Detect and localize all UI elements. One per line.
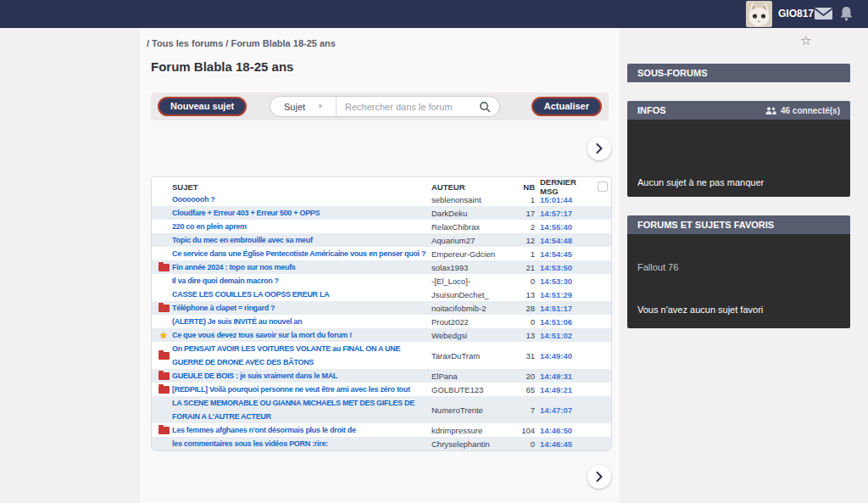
- row-icon-slot: [155, 427, 172, 434]
- topic-last-msg-time[interactable]: 15:01:44: [535, 195, 589, 204]
- table-row[interactable]: 220 co en plein aprem RelaxChibrax 2 14:…: [152, 220, 611, 233]
- topic-title-link[interactable]: Cloudfare + Erreur 403 + Erreur 500 + OP…: [172, 206, 431, 220]
- select-all-checkbox[interactable]: [598, 182, 608, 192]
- topic-title-link[interactable]: Ce service dans une Église Pentecotiste …: [172, 247, 431, 260]
- bell-icon[interactable]: [839, 6, 854, 25]
- topic-last-msg-time[interactable]: 14:54:48: [535, 236, 589, 245]
- favorite-star-icon[interactable]: ☆: [800, 33, 811, 48]
- avatar-image: [746, 1, 772, 27]
- topic-title-link[interactable]: Téléphone à clapet = ringard ?: [172, 301, 431, 315]
- topic-author[interactable]: kdrimpressure: [431, 426, 509, 435]
- topic-author[interactable]: TaraxDuTram: [431, 351, 509, 360]
- header-last-msg: DERNIER MSG: [535, 177, 589, 196]
- topic-author[interactable]: Empereur-Gdcien: [431, 249, 509, 259]
- table-row[interactable]: [REDPILL] Voilà pourquoi personne ne veu…: [152, 383, 611, 396]
- table-row[interactable]: On PENSAIT AVOIR LES VOITURES VOLANTE au…: [152, 342, 611, 369]
- topic-title-link[interactable]: Il va dire quoi demain macron ?: [172, 274, 431, 288]
- topic-title-link[interactable]: CASSE LES COUILLES LA OOPSS EREUR LA: [172, 288, 431, 301]
- topic-title-link[interactable]: [REDPILL] Voilà pourquoi personne ne veu…: [172, 383, 431, 396]
- favoris-panel: Fallout 76 Vous n'avez aucun sujet favor…: [627, 234, 850, 328]
- topic-title-link[interactable]: LA SCENE MEMORABLE OU GIANNA MICHAELS ME…: [172, 396, 431, 423]
- topic-author[interactable]: seblenonsaint: [431, 195, 509, 204]
- table-row[interactable]: LA SCENE MEMORABLE OU GIANNA MICHAELS ME…: [152, 396, 611, 423]
- topic-last-msg-time[interactable]: 14:55:40: [535, 222, 589, 232]
- topic-last-msg-time[interactable]: 14:53:30: [535, 277, 589, 286]
- table-row[interactable]: Fin année 2024 : topo sur nos meufs sola…: [152, 260, 611, 274]
- topic-last-msg-time[interactable]: 14:51:02: [535, 331, 589, 340]
- header-subject: SUJET: [172, 182, 431, 192]
- username[interactable]: GIO817: [778, 0, 814, 28]
- topic-reply-count: 65: [509, 385, 535, 394]
- favorite-forum-link[interactable]: Fallout 76: [637, 262, 678, 272]
- infos-empty-message: Aucun sujet à ne pas manquer: [637, 177, 764, 187]
- topic-author[interactable]: Prout2022: [431, 317, 509, 327]
- table-row[interactable]: Téléphone à clapet = ringard ? noitacifo…: [152, 301, 611, 315]
- table-row[interactable]: les commentaires sous les vidéos PORN :r…: [152, 437, 611, 450]
- star-icon: ★: [159, 331, 168, 340]
- topic-reply-count: 21: [509, 263, 535, 272]
- topic-last-msg-time[interactable]: 14:54:45: [535, 249, 589, 259]
- topic-title-link[interactable]: Oooooooh ?: [172, 193, 431, 206]
- topic-title-link[interactable]: 220 co en plein aprem: [172, 220, 431, 233]
- topic-author[interactable]: GOLBUTE123: [431, 385, 509, 394]
- topic-reply-count: 2: [509, 222, 535, 232]
- table-row[interactable]: (ALERTE) Je suis INVITÉ au nouvel an Pro…: [152, 315, 611, 328]
- table-row[interactable]: ★ Ce que vous devez tous savoir sur la m…: [152, 328, 611, 342]
- next-page-button-top[interactable]: [587, 137, 611, 160]
- topic-title-link[interactable]: Topic du mec en embrouille avec sa meuf: [172, 233, 431, 247]
- search-filter-select[interactable]: Sujet ▼: [270, 97, 337, 116]
- topic-last-msg-time[interactable]: 14:47:07: [535, 405, 589, 415]
- breadcrumb[interactable]: / Tous les forums / Forum Blabla 18-25 a…: [147, 38, 336, 48]
- topic-title-link[interactable]: Les femmes afghanes n'ont désormais plus…: [172, 423, 431, 437]
- topic-title-link[interactable]: On PENSAIT AVOIR LES VOITURES VOLANTE au…: [172, 342, 431, 369]
- topic-last-msg-time[interactable]: 14:49:31: [535, 372, 589, 381]
- topic-reply-count: 0: [509, 439, 535, 449]
- search-icon[interactable]: [479, 101, 491, 113]
- topic-author[interactable]: RelaxChibrax: [431, 222, 509, 232]
- topic-reply-count: 0: [509, 317, 535, 327]
- topic-last-msg-time[interactable]: 14:51:17: [535, 304, 589, 313]
- topic-last-msg-time[interactable]: 14:49:40: [535, 351, 589, 360]
- table-row[interactable]: Il va dire quoi demain macron ? -[El_Loc…: [152, 274, 611, 288]
- topic-last-msg-time[interactable]: 14:46:50: [535, 426, 589, 435]
- table-row[interactable]: Les femmes afghanes n'ont désormais plus…: [152, 423, 611, 437]
- topic-last-msg-time[interactable]: 14:49:21: [535, 385, 589, 394]
- topic-author[interactable]: solax1993: [431, 263, 509, 272]
- sous-forums-title: SOUS-FORUMS: [637, 68, 708, 78]
- topic-author[interactable]: -[El_Loco]-: [431, 277, 509, 286]
- new-topic-button[interactable]: Nouveau sujet: [158, 97, 247, 116]
- topic-author[interactable]: noitacifobmib-2: [431, 304, 509, 313]
- topic-author[interactable]: JsuisunDechet_: [431, 290, 509, 299]
- topic-author[interactable]: Aquarium27: [431, 236, 509, 245]
- table-row[interactable]: Cloudfare + Erreur 403 + Erreur 500 + OP…: [152, 206, 611, 220]
- topic-title-link[interactable]: GUEULE DE BOIS : je suis vraiment dans l…: [172, 369, 431, 383]
- topic-title-link[interactable]: (ALERTE) Je suis INVITÉ au nouvel an: [172, 315, 431, 328]
- next-page-button-bottom[interactable]: [587, 465, 611, 489]
- table-row[interactable]: CASSE LES COUILLES LA OOPSS EREUR LA Jsu…: [152, 288, 611, 301]
- topic-title-link[interactable]: Fin année 2024 : topo sur nos meufs: [172, 260, 431, 274]
- topic-last-msg-time[interactable]: 14:53:50: [535, 263, 589, 272]
- table-row[interactable]: GUEULE DE BOIS : je suis vraiment dans l…: [152, 369, 611, 383]
- search-group: Sujet ▼: [270, 96, 500, 117]
- topic-last-msg-time[interactable]: 14:46:45: [535, 439, 589, 449]
- topic-last-msg-time[interactable]: 14:51:06: [535, 317, 589, 327]
- topic-author[interactable]: ElPana: [431, 372, 509, 381]
- topic-title-link[interactable]: Ce que vous devez tous savoir sur la mor…: [172, 328, 431, 342]
- avatar[interactable]: [746, 1, 772, 27]
- topic-author[interactable]: NumeroTrente: [431, 405, 509, 415]
- header-count: NB: [509, 182, 535, 192]
- topic-last-msg-time[interactable]: 14:51:29: [535, 290, 589, 299]
- topic-title-link[interactable]: les commentaires sous les vidéos PORN :r…: [172, 437, 431, 450]
- topic-author[interactable]: Chryselephantin: [431, 439, 509, 449]
- search-input[interactable]: [337, 102, 479, 112]
- refresh-button[interactable]: Actualiser: [531, 97, 602, 116]
- topic-last-msg-time[interactable]: 14:57:17: [535, 209, 589, 218]
- topic-table-header: SUJET AUTEUR NB DERNIER MSG: [152, 177, 611, 193]
- table-row[interactable]: Ce service dans une Église Pentecotiste …: [152, 247, 611, 260]
- topic-author[interactable]: DarkDeku: [431, 209, 509, 218]
- topic-author[interactable]: Webedgsi: [431, 331, 509, 340]
- mail-icon[interactable]: [814, 7, 833, 24]
- table-row[interactable]: Oooooooh ? seblenonsaint 1 15:01:44: [152, 193, 611, 206]
- favoris-header: FORUMS ET SUJETS FAVORIS: [627, 215, 850, 234]
- table-row[interactable]: Topic du mec en embrouille avec sa meuf …: [152, 233, 611, 247]
